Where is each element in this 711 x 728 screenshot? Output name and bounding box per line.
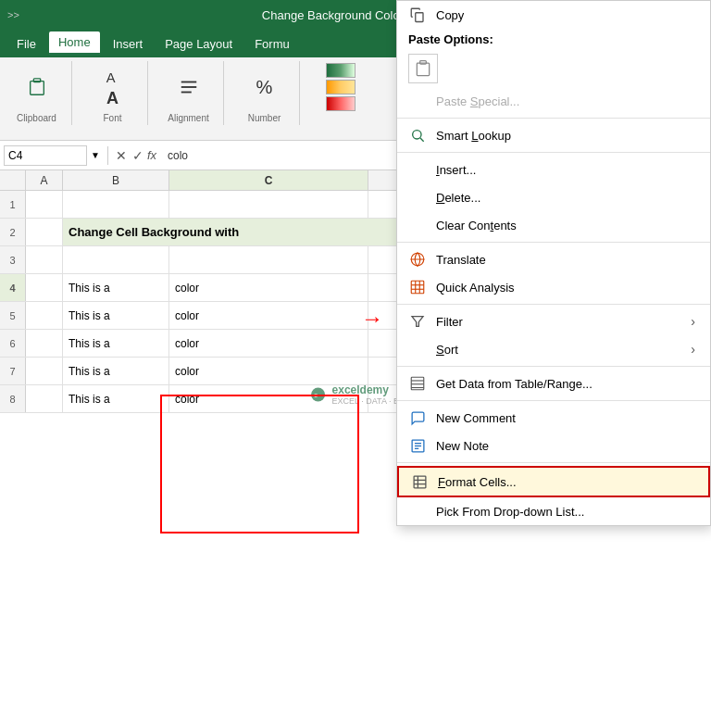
svg-marker-19 xyxy=(412,317,423,327)
ctx-format-cells[interactable]: Format Cells... xyxy=(397,466,710,497)
cell-a5[interactable] xyxy=(26,302,63,329)
menu-home[interactable]: Home xyxy=(49,31,100,56)
cell-c4[interactable]: color xyxy=(169,274,368,301)
paste-special-icon xyxy=(408,92,427,110)
cell-b4[interactable]: This is a xyxy=(63,274,169,301)
cell-b2-header[interactable]: Change Cell Background with xyxy=(63,219,405,245)
row-number: 6 xyxy=(0,330,26,357)
paste-special-label: Paste Special... xyxy=(436,94,695,108)
paste-icons-row xyxy=(397,50,710,87)
cell-a8[interactable] xyxy=(26,385,63,412)
filter-arrow: › xyxy=(691,314,695,329)
cell-b6[interactable]: This is a xyxy=(63,330,169,357)
pick-dropdown-label: Pick From Drop-down List... xyxy=(436,505,695,519)
cell-c5[interactable]: color xyxy=(169,302,368,329)
ctx-filter[interactable]: Filter › xyxy=(397,308,710,335)
alignment-btn[interactable] xyxy=(168,63,209,111)
clear-contents-label: Clear Contents xyxy=(436,219,695,232)
ctx-new-comment[interactable]: New Comment xyxy=(397,404,710,432)
filter-icon xyxy=(408,312,427,331)
selection-highlight xyxy=(160,395,359,533)
dropdown-arrow[interactable]: ▼ xyxy=(91,150,100,160)
cell-c7[interactable]: color xyxy=(169,358,368,384)
col-header-c[interactable]: C xyxy=(169,170,368,190)
svg-text:e: e xyxy=(314,391,318,399)
watermark: e exceldemy EXCEL · DATA · BI xyxy=(310,383,402,406)
svg-rect-1 xyxy=(30,82,44,95)
confirm-formula-btn[interactable]: ✓ xyxy=(132,148,143,163)
new-comment-label: New Comment xyxy=(436,411,695,425)
menu-formulas[interactable]: Formu xyxy=(245,33,299,55)
quick-analysis-label: Quick Analysis xyxy=(436,281,695,295)
ctx-insert[interactable]: Insert... xyxy=(397,156,710,183)
svg-line-12 xyxy=(420,138,424,142)
number-btn[interactable]: % xyxy=(244,63,285,111)
svg-rect-14 xyxy=(411,281,424,294)
ctx-delete[interactable]: Delete... xyxy=(397,183,710,211)
paste-icon-clipboard[interactable] xyxy=(408,54,438,83)
watermark-sub: EXCEL · DATA · BI xyxy=(332,396,402,406)
cell-c6[interactable]: color xyxy=(169,330,368,357)
cell-a6[interactable] xyxy=(26,330,63,357)
format-cells-label: Format Cells... xyxy=(438,475,693,489)
col-header-b[interactable]: B xyxy=(63,170,169,190)
ctx-smart-lookup[interactable]: Smart Lookup xyxy=(397,121,710,149)
row-number: 7 xyxy=(0,358,26,384)
svg-point-11 xyxy=(413,131,421,139)
ctx-pick-dropdown[interactable]: Pick From Drop-down List... xyxy=(397,497,710,525)
cell-a2[interactable] xyxy=(26,219,63,245)
svg-rect-28 xyxy=(414,476,426,488)
cell-a3[interactable] xyxy=(26,246,63,273)
ctx-clear-contents[interactable]: Clear Contents xyxy=(397,211,710,239)
ctx-paste-special[interactable]: Paste Special... xyxy=(397,87,710,115)
insert-label: Insert... xyxy=(436,163,695,177)
alignment-label: Alignment xyxy=(168,111,208,123)
cell-b5[interactable]: This is a xyxy=(63,302,169,329)
ctx-quick-analysis[interactable]: Quick Analysis xyxy=(397,273,710,301)
clipboard-btn[interactable] xyxy=(17,63,57,111)
row-number: 8 xyxy=(0,385,26,412)
cell-c3[interactable] xyxy=(169,246,368,273)
cell-b3[interactable] xyxy=(63,246,169,273)
quick-analysis-icon xyxy=(408,278,427,296)
font-btn[interactable]: A A xyxy=(93,63,133,111)
menu-file[interactable]: File xyxy=(7,33,45,55)
cancel-formula-btn[interactable]: ✕ xyxy=(116,148,127,163)
menu-insert[interactable]: Insert xyxy=(104,33,153,55)
cell-b8[interactable]: This is a xyxy=(63,385,169,412)
cell-b1[interactable] xyxy=(63,191,169,218)
col-header-a[interactable]: A xyxy=(26,170,63,190)
nav-arrows: >> xyxy=(7,9,19,20)
smart-lookup-icon xyxy=(408,126,427,144)
new-note-icon xyxy=(408,436,427,455)
filter-label: Filter xyxy=(436,315,681,329)
cell-a1[interactable] xyxy=(26,191,63,218)
svg-point-6 xyxy=(311,388,325,402)
copy-label: Copy xyxy=(436,8,695,22)
ctx-new-note[interactable]: New Note xyxy=(397,432,710,459)
row-number: 2 xyxy=(0,219,26,245)
number-group: % Number xyxy=(235,61,300,125)
sort-label: Sort xyxy=(436,343,681,357)
menu-page-layout[interactable]: Page Layout xyxy=(156,33,242,55)
ctx-translate[interactable]: Translate xyxy=(397,245,710,273)
clipboard-group: Clipboard xyxy=(7,61,72,125)
cell-a7[interactable] xyxy=(26,358,63,384)
number-label: Number xyxy=(248,111,281,123)
smart-lookup-label: Smart Lookup xyxy=(436,129,695,143)
row-number: 1 xyxy=(0,191,26,218)
translate-label: Translate xyxy=(436,253,695,267)
cell-c1[interactable] xyxy=(169,191,368,218)
cell-a4[interactable] xyxy=(26,274,63,301)
ctx-copy[interactable]: Copy xyxy=(397,1,710,29)
cell-reference[interactable]: C4 xyxy=(4,145,87,166)
row-number: 3 xyxy=(0,246,26,273)
ctx-sort[interactable]: Sort › xyxy=(397,335,710,363)
svg-text:A: A xyxy=(106,69,115,84)
alignment-group: Alignment xyxy=(159,61,224,125)
cell-b7[interactable]: This is a xyxy=(63,358,169,384)
row-number: 4 xyxy=(0,274,26,301)
sort-arrow: › xyxy=(691,342,695,357)
ctx-get-data[interactable]: Get Data from Table/Range... xyxy=(397,370,710,397)
svg-rect-8 xyxy=(416,13,423,22)
